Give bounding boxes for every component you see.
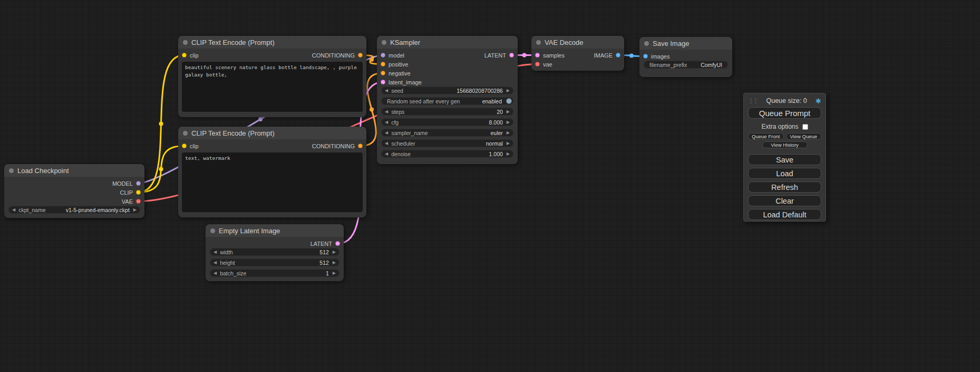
node-title-bar[interactable]: Save Image — [639, 37, 732, 50]
widget-batch-size[interactable]: ◀ batch_size 1 ▶ — [210, 269, 339, 277]
extra-options-checkbox[interactable] — [802, 124, 808, 130]
increment-arrow-icon[interactable]: ▶ — [507, 141, 510, 146]
increment-arrow-icon[interactable]: ▶ — [507, 120, 510, 125]
save-button[interactable]: Save — [748, 154, 821, 165]
input-port-latent-image[interactable] — [381, 80, 385, 84]
input-port-model[interactable] — [381, 53, 385, 58]
widget-cfg[interactable]: ◀ cfg 8.000 ▶ — [381, 118, 513, 126]
node-vae-decode[interactable]: VAE Decode samples IMAGE vae — [531, 36, 624, 71]
prompt-textarea[interactable]: beautiful scenery nature glass bottle la… — [182, 62, 363, 112]
seed-toggle-knob[interactable] — [506, 98, 512, 104]
increment-arrow-icon[interactable]: ▶ — [333, 271, 336, 275]
input-label-clip: clip — [190, 143, 199, 149]
widget-denoise[interactable]: ◀ denoise 1.000 ▶ — [381, 150, 513, 158]
widget-height[interactable]: ◀ height 512 ▶ — [210, 259, 339, 266]
node-title-bar[interactable]: CLIP Text Encode (Prompt) — [178, 36, 366, 49]
link-midpoint-dot — [159, 167, 163, 171]
collapse-dot-icon[interactable] — [183, 131, 188, 136]
increment-arrow-icon[interactable]: ▶ — [333, 261, 336, 265]
decrement-arrow-icon[interactable]: ◀ — [385, 110, 388, 114]
load-default-button[interactable]: Load Default — [748, 209, 821, 220]
view-history-button[interactable]: View History — [762, 141, 808, 148]
input-port-vae[interactable] — [535, 62, 540, 66]
output-port-conditioning[interactable] — [358, 144, 363, 148]
decrement-arrow-icon[interactable]: ◀ — [385, 152, 388, 156]
increment-arrow-icon[interactable]: ▶ — [133, 208, 137, 212]
input-port-negative[interactable] — [381, 71, 385, 75]
node-ksampler[interactable]: KSampler model LATENT positive — [377, 36, 518, 164]
input-port-clip[interactable] — [182, 144, 187, 148]
node-save-image[interactable]: Save Image images filename_prefix ComfyU… — [639, 37, 732, 77]
output-port-conditioning[interactable] — [358, 53, 363, 58]
collapse-dot-icon[interactable] — [183, 40, 188, 45]
widget-sampler-name[interactable]: ◀ sampler_name euler ▶ — [381, 129, 513, 137]
node-title-bar[interactable]: CLIP Text Encode (Prompt) — [178, 127, 366, 139]
node-title-bar[interactable]: VAE Decode — [531, 36, 624, 49]
increment-arrow-icon[interactable]: ▶ — [507, 152, 510, 156]
slot-row: images — [639, 52, 732, 61]
input-port-positive[interactable] — [381, 62, 385, 66]
widget-ckpt-name[interactable]: ◀ ckpt_name v1-5-pruned-emaonly.ckpt ▶ — [8, 206, 140, 214]
node-title-bar[interactable]: KSampler — [377, 36, 518, 49]
decrement-arrow-icon[interactable]: ◀ — [214, 250, 217, 254]
output-row: LATENT — [206, 239, 344, 248]
queue-prompt-button[interactable]: Queue Prompt — [748, 107, 821, 119]
decrement-arrow-icon[interactable]: ◀ — [385, 89, 388, 93]
input-port-samples[interactable] — [535, 53, 540, 58]
increment-arrow-icon[interactable]: ▶ — [507, 110, 510, 114]
decrement-arrow-icon[interactable]: ◀ — [385, 141, 388, 146]
view-queue-button[interactable]: View Queue — [786, 133, 822, 140]
collapse-dot-icon[interactable] — [382, 40, 386, 45]
refresh-button[interactable]: Refresh — [748, 182, 821, 193]
decrement-arrow-icon[interactable]: ◀ — [214, 261, 217, 265]
output-port-image[interactable] — [616, 53, 620, 58]
queue-front-button[interactable]: Queue Front — [748, 133, 784, 140]
output-port-latent[interactable] — [509, 53, 514, 58]
settings-gear-icon[interactable]: ✱ — [816, 98, 821, 104]
collapse-dot-icon[interactable] — [536, 40, 541, 45]
node-clip-text-encode-positive[interactable]: CLIP Text Encode (Prompt) clip CONDITION… — [178, 36, 366, 117]
output-port-clip[interactable] — [136, 190, 141, 195]
node-title-bar[interactable]: Empty Latent Image — [206, 224, 344, 237]
decrement-arrow-icon[interactable]: ◀ — [385, 131, 388, 135]
widget-scheduler[interactable]: ◀ scheduler normal ▶ — [381, 139, 513, 147]
node-title: Empty Latent Image — [219, 227, 280, 235]
input-port-clip[interactable] — [182, 53, 187, 58]
decrement-arrow-icon[interactable]: ◀ — [12, 208, 15, 212]
drag-handle-icon[interactable]: ⋮⋮ — [748, 98, 758, 104]
decrement-arrow-icon[interactable]: ◀ — [214, 271, 217, 275]
widget-seed[interactable]: ◀ seed 156680208700286 ▶ — [381, 87, 513, 94]
widget-random-seed-toggle[interactable]: Random seed after every gen enabled — [381, 97, 513, 105]
node-clip-text-encode-negative[interactable]: CLIP Text Encode (Prompt) clip CONDITION… — [178, 127, 366, 217]
widget-filename-prefix[interactable]: filename_prefix ComfyUI — [644, 61, 728, 69]
widget-value: 1 — [326, 270, 329, 276]
link-midpoint-dot — [522, 53, 527, 58]
widget-width[interactable]: ◀ width 512 ▶ — [210, 248, 339, 256]
widget-value: v1-5-pruned-emaonly.ckpt — [66, 207, 130, 213]
collapse-dot-icon[interactable] — [9, 168, 14, 173]
node-title: VAE Decode — [545, 39, 583, 46]
increment-arrow-icon[interactable]: ▶ — [333, 250, 336, 254]
load-button[interactable]: Load — [748, 168, 821, 179]
output-port-latent[interactable] — [335, 241, 340, 246]
link-clip-negative — [138, 146, 184, 193]
node-title-bar[interactable]: Load Checkpoint — [4, 164, 144, 177]
node-load-checkpoint[interactable]: Load Checkpoint MODEL CLIP VAE — [4, 164, 144, 218]
output-port-vae[interactable] — [136, 199, 141, 204]
decrement-arrow-icon[interactable]: ◀ — [385, 120, 388, 125]
increment-arrow-icon[interactable]: ▶ — [507, 131, 510, 135]
output-port-model[interactable] — [136, 181, 141, 186]
slot-row: negative — [377, 69, 518, 78]
output-label-model: MODEL — [112, 180, 133, 187]
link-midpoint-dot — [258, 117, 263, 121]
collapse-dot-icon[interactable] — [210, 228, 215, 233]
widget-steps[interactable]: ◀ steps 20 ▶ — [381, 108, 513, 116]
collapse-dot-icon[interactable] — [644, 41, 649, 46]
prompt-textarea[interactable]: text, watermark — [182, 152, 363, 212]
clear-button[interactable]: Clear — [748, 195, 821, 206]
increment-arrow-icon[interactable]: ▶ — [507, 89, 510, 93]
input-port-images[interactable] — [643, 54, 648, 59]
widget-label: Random seed after every gen — [387, 98, 460, 104]
node-empty-latent-image[interactable]: Empty Latent Image LATENT ◀ width 512 ▶ … — [206, 224, 344, 281]
graph-canvas[interactable]: Load Checkpoint MODEL CLIP VAE — [0, 0, 980, 372]
